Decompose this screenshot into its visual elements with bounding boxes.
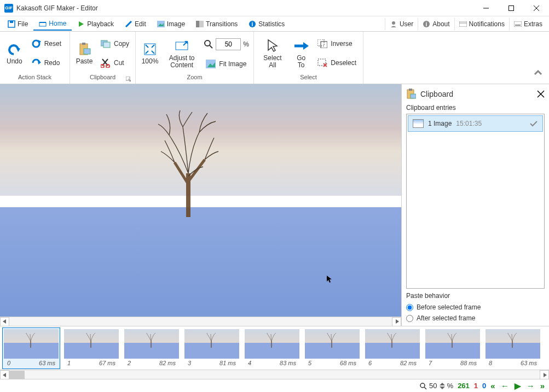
nav-prev-button[interactable]: ←	[501, 381, 509, 391]
zoom-value-input[interactable]	[216, 38, 241, 50]
svg-marker-64	[396, 319, 399, 324]
entry-name: 1 Image	[428, 120, 452, 127]
radio-before-frame[interactable]: Before selected frame	[406, 302, 545, 313]
frame-thumb[interactable]: 282 ms	[123, 327, 181, 369]
group-label-zoom: Zoom	[138, 74, 251, 84]
status-zoom-pct: %	[447, 382, 454, 390]
frame-thumb[interactable]: 381 ms	[183, 327, 241, 369]
copy-button[interactable]: Copy	[97, 37, 132, 50]
user-icon	[390, 20, 397, 28]
entries-label: Clipboard entries	[406, 104, 545, 112]
svg-line-43	[152, 51, 154, 54]
canvas[interactable]	[0, 84, 401, 317]
tab-transitions[interactable]: Transitions	[190, 18, 243, 30]
frame-thumb[interactable]: 863 ms	[484, 327, 542, 369]
tab-statistics[interactable]: iStatistics	[243, 18, 290, 30]
panel-title: Clipboard	[420, 90, 533, 98]
svg-rect-31	[103, 42, 110, 48]
tab-about[interactable]: iAbout	[418, 18, 454, 30]
frame-thumb[interactable]: 788 ms	[424, 327, 482, 369]
deselect-button[interactable]: Deselect	[314, 56, 360, 69]
tab-image[interactable]: Image	[152, 18, 190, 30]
svg-text:i: i	[426, 21, 427, 27]
mouse-cursor-icon	[327, 276, 332, 283]
play-icon	[77, 20, 85, 28]
home-icon	[39, 20, 47, 27]
transitions-icon	[196, 20, 204, 28]
expand-icon	[142, 42, 158, 57]
frame-thumb[interactable]: 682 ms	[363, 327, 421, 369]
image-icon	[157, 20, 165, 28]
tab-playback[interactable]: Playback	[72, 18, 119, 30]
ribbon-collapse-button[interactable]	[530, 65, 546, 80]
filmstrip[interactable]: 063 ms167 ms282 ms381 ms483 ms568 ms682 …	[0, 326, 549, 370]
tab-edit[interactable]: Edit	[119, 18, 152, 30]
scroll-right-button[interactable]	[540, 370, 549, 379]
clipboard-launcher[interactable]	[125, 76, 132, 83]
scrollbar-thumb[interactable]	[9, 371, 25, 379]
adjust-to-content-button[interactable]: Adjust to Content	[162, 33, 201, 74]
tab-file[interactable]: File	[2, 18, 33, 30]
tab-notifications[interactable]: Notifications	[454, 18, 509, 30]
svg-line-41	[152, 45, 154, 48]
scroll-left-button[interactable]	[0, 370, 9, 379]
paste-button[interactable]: Paste	[72, 33, 96, 74]
status-red: 1	[474, 382, 478, 390]
scroll-left-button[interactable]	[0, 317, 9, 326]
svg-point-47	[205, 40, 210, 46]
clipboard-icon	[406, 89, 416, 100]
zoom-100-button[interactable]: 100%	[138, 33, 162, 74]
svg-rect-6	[39, 22, 46, 26]
zoom-percent-label: %	[243, 40, 249, 48]
radio-after-frame[interactable]: After selected frame	[406, 313, 545, 324]
nav-first-button[interactable]: «	[490, 381, 495, 391]
fit-image-button[interactable]: Fit Image	[203, 57, 250, 71]
tab-user[interactable]: User	[385, 18, 418, 30]
undo-icon	[7, 42, 22, 57]
minimize-button[interactable]	[473, 0, 499, 16]
preview-image	[0, 84, 401, 317]
svg-line-61	[188, 160, 205, 182]
tab-home[interactable]: Home	[33, 17, 72, 31]
inverse-button[interactable]: Inverse	[314, 37, 360, 50]
nav-play-button[interactable]: ▶	[515, 381, 521, 391]
frame-thumb[interactable]: 568 ms	[303, 327, 361, 369]
svg-line-48	[210, 45, 212, 48]
close-button[interactable]	[524, 0, 549, 16]
clipboard-entry[interactable]: 1 Image 15:01:35	[408, 115, 543, 132]
redo-icon	[31, 58, 41, 68]
nav-next-button[interactable]: →	[527, 381, 535, 391]
select-all-button[interactable]: Select All	[256, 33, 289, 74]
cursor-icon	[265, 38, 280, 54]
pencil-icon	[125, 20, 132, 28]
svg-rect-21	[514, 21, 522, 27]
canvas-hscrollbar[interactable]	[0, 317, 401, 326]
clipboard-panel: Clipboard Clipboard entries 1 Image 15:0…	[401, 84, 549, 326]
panel-close-button[interactable]	[537, 90, 545, 98]
undo-button[interactable]: Undo	[2, 33, 27, 74]
nav-last-button[interactable]: »	[540, 381, 545, 391]
zoom-spinner[interactable]	[440, 382, 445, 390]
reset-icon	[31, 39, 41, 49]
notifications-icon	[459, 21, 467, 27]
check-icon	[529, 120, 538, 127]
scroll-right-button[interactable]	[392, 317, 401, 326]
svg-point-81	[420, 383, 425, 388]
frame-thumb[interactable]: 063 ms	[2, 327, 60, 369]
svg-line-42	[146, 51, 148, 54]
content-area: Clipboard Clipboard entries 1 Image 15:0…	[0, 84, 549, 326]
cut-button[interactable]: Cut	[97, 56, 132, 69]
entry-time: 15:01:35	[456, 120, 482, 127]
cut-icon	[101, 58, 111, 68]
maximize-button[interactable]	[499, 0, 524, 16]
tabstrip: File Home Playback Edit Image Transition…	[0, 16, 549, 32]
goto-button[interactable]: Go To	[289, 33, 313, 74]
tab-extras[interactable]: Extras	[509, 18, 547, 30]
reset-button[interactable]: Reset	[28, 37, 65, 50]
magnify-icon	[419, 382, 427, 390]
frame-thumb[interactable]: 483 ms	[243, 327, 301, 369]
filmstrip-scrollbar[interactable]	[0, 370, 549, 379]
redo-button[interactable]: Redo	[28, 56, 65, 69]
magnify-icon	[204, 39, 213, 49]
frame-thumb[interactable]: 167 ms	[62, 327, 120, 369]
